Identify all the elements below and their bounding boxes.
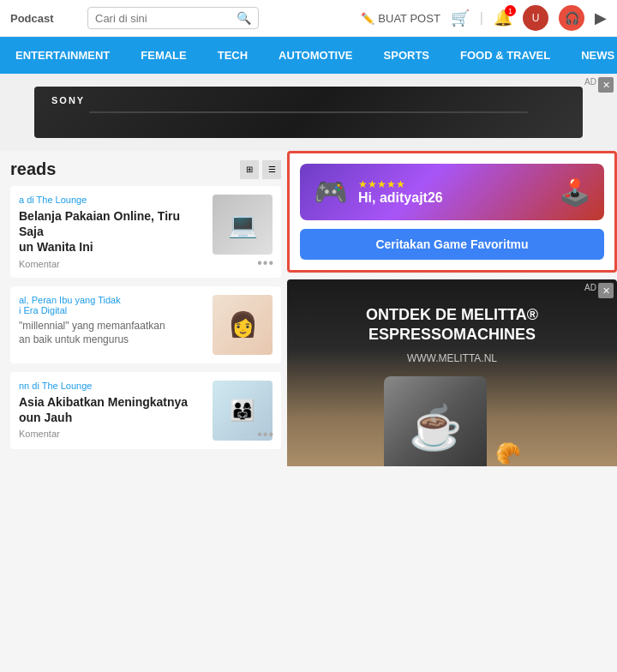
- main-content: reads ⊞ ☰ a di The Lounge Belanja Pakaia…: [0, 151, 617, 466]
- coffee-ad-label: AD: [584, 283, 596, 292]
- nav-item-entertainment[interactable]: ENTERTAINMENT: [0, 37, 125, 74]
- article-channel-link[interactable]: The Lounge: [37, 195, 87, 205]
- nav-item-sports[interactable]: SPORTS: [368, 37, 445, 74]
- game-ad-stars: ★★★★★: [358, 178, 443, 190]
- right-column: 🎮 ★★★★★ Hi, adityajt26 🕹️ Ceritakan Game…: [287, 151, 617, 466]
- article-title: Belanja Pakaian Online, Tiru Sajaun Wani…: [19, 208, 204, 255]
- game-controller-icon: 🎮: [314, 176, 348, 208]
- croissant-icon: 🥐: [495, 441, 521, 465]
- article-channel-link[interactable]: The Lounge: [42, 381, 93, 391]
- trending-header: reads ⊞ ☰: [10, 159, 281, 179]
- article-item: al, Peran Ibu yang Tidak i Era Digital "…: [10, 286, 281, 363]
- article-thumbnail: 💻: [213, 195, 273, 255]
- search-button[interactable]: 🔍: [237, 11, 251, 25]
- article-comment: Komentar: [19, 259, 204, 269]
- notification-icon-wrapper[interactable]: 🔔 1: [494, 9, 512, 27]
- game-character-icon: 🕹️: [559, 177, 590, 207]
- search-input[interactable]: [95, 12, 237, 25]
- ad-close-button[interactable]: ✕: [598, 77, 614, 93]
- article-more-button[interactable]: •••: [257, 427, 274, 442]
- coffee-scene: ☕ 🥐 🥛: [384, 376, 521, 466]
- coffee-ad-title: ONTDEK DE MELITTA®ESPRESSOMACHINES: [366, 305, 538, 345]
- article-meta-prefix: a di: [19, 195, 37, 205]
- cart-icon[interactable]: 🛒: [451, 9, 470, 27]
- article-title: Asia Akibatkan Meningkatnyaoun Jauh: [19, 394, 204, 425]
- game-ad-inner: 🎮 ★★★★★ Hi, adityajt26 🕹️: [300, 164, 604, 220]
- nav-item-news[interactable]: NEWS: [566, 37, 617, 74]
- nav-item-female[interactable]: FEMALE: [125, 37, 201, 74]
- grid-view-button[interactable]: ⊞: [240, 160, 259, 179]
- article-more-button[interactable]: •••: [257, 255, 274, 271]
- trending-title: reads: [10, 159, 56, 179]
- article-meta-prefix: al, Peran Ibu yang Tidak: [19, 295, 121, 305]
- search-bar[interactable]: 🔍: [87, 7, 259, 29]
- view-icons: ⊞ ☰: [240, 160, 281, 179]
- header-actions: ✏️ BUAT POST 🛒 | 🔔 1 U 🎧 ▶: [361, 5, 607, 31]
- coffee-ad-close-button[interactable]: ✕: [598, 283, 614, 298]
- coffee-machine-icon: ☕: [384, 376, 487, 466]
- article-meta: a di The Lounge: [19, 195, 204, 205]
- site-logo: Podcast: [10, 12, 79, 25]
- ad-label: AD: [584, 77, 596, 87]
- coffee-ad-content: ONTDEK DE MELITTA®ESPRESSOMACHINES WWW.M…: [287, 279, 617, 466]
- article-comment: Komentar: [19, 429, 204, 439]
- sony-ad[interactable]: [34, 87, 583, 138]
- nav-item-tech[interactable]: TECH: [202, 37, 263, 74]
- article-thumbnail: 👩: [213, 295, 273, 355]
- avatar[interactable]: U: [523, 5, 548, 31]
- sony-bar-decoration: [89, 111, 528, 113]
- nav-item-food-travel[interactable]: FOOD & TRAVEL: [445, 37, 566, 74]
- article-text: a di The Lounge Belanja Pakaian Online, …: [19, 195, 204, 269]
- coffee-ad-url: WWW.MELITTA.NL: [407, 352, 497, 364]
- game-ad-greeting: Hi, adityajt26: [358, 190, 443, 206]
- nav-bar: ENTERTAINMENT FEMALE TECH AUTOMOTIVE SPO…: [0, 37, 617, 74]
- game-ad-cta-button[interactable]: Ceritakan Game Favoritmu: [300, 229, 604, 260]
- cup-icon: 🥛: [495, 465, 521, 466]
- headphone-icon[interactable]: 🎧: [559, 5, 584, 31]
- list-view-button[interactable]: ☰: [262, 160, 281, 179]
- article-description: "millennial" yang memanfaatkanan baik un…: [19, 319, 204, 348]
- game-ad-text-block: ★★★★★ Hi, adityajt26: [358, 178, 443, 206]
- top-ad-banner: AD ✕: [0, 74, 617, 151]
- article-text: al, Peran Ibu yang Tidak i Era Digital "…: [19, 295, 204, 355]
- header: Podcast 🔍 ✏️ BUAT POST 🛒 | 🔔 1 U 🎧 ▶: [0, 0, 617, 37]
- notification-badge: 1: [505, 5, 516, 16]
- nav-item-automotive[interactable]: AUTOMOTIVE: [263, 37, 368, 74]
- article-channel-link[interactable]: i Era Digital: [19, 305, 67, 315]
- article-meta: al, Peran Ibu yang Tidak i Era Digital: [19, 295, 204, 315]
- article-meta-prefix: nn di: [19, 381, 42, 391]
- article-text: nn di The Lounge Asia Akibatkan Meningka…: [19, 381, 204, 441]
- pencil-icon: ✏️: [361, 12, 374, 25]
- cart-icon-wrapper[interactable]: 🛒: [451, 9, 470, 27]
- buat-post-button[interactable]: ✏️ BUAT POST: [361, 12, 440, 25]
- play-button[interactable]: ▶: [595, 9, 607, 27]
- game-ad-popup[interactable]: 🎮 ★★★★★ Hi, adityajt26 🕹️ Ceritakan Game…: [287, 151, 617, 273]
- coffee-ad[interactable]: AD ✕ ONTDEK DE MELITTA®ESPRESSOMACHINES …: [287, 279, 617, 466]
- article-item: a di The Lounge Belanja Pakaian Online, …: [10, 186, 281, 278]
- coffee-extras: 🥐 🥛: [495, 441, 521, 466]
- article-item: nn di The Lounge Asia Akibatkan Meningka…: [10, 372, 281, 449]
- divider: |: [480, 10, 483, 26]
- article-meta: nn di The Lounge: [19, 381, 204, 391]
- left-column: reads ⊞ ☰ a di The Lounge Belanja Pakaia…: [0, 151, 291, 466]
